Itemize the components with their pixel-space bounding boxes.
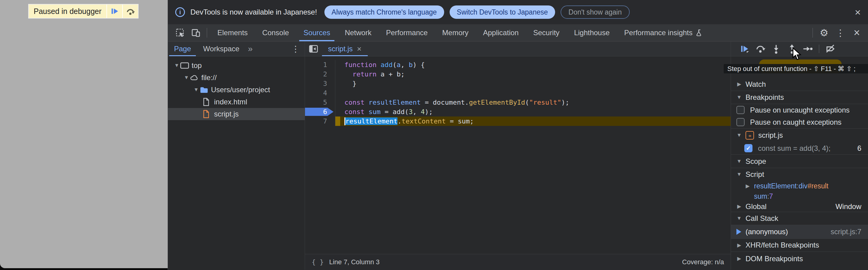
- editor-tab-close-icon[interactable]: ×: [357, 44, 362, 54]
- code-line[interactable]: 1function add(a, b) {: [305, 60, 731, 69]
- navigator-tab-workspace[interactable]: Workspace: [197, 41, 246, 56]
- experiment-flask-icon: [695, 29, 703, 37]
- step-button[interactable]: [801, 41, 815, 56]
- chevron-right-icon[interactable]: ▶: [736, 203, 743, 210]
- tab-security[interactable]: Security: [526, 24, 567, 41]
- chevron-right-icon[interactable]: ▶: [736, 256, 743, 262]
- chevron-down-icon[interactable]: ▼: [736, 158, 743, 164]
- always-match-language-button[interactable]: Always match Chrome's language: [324, 5, 444, 19]
- step-out-tooltip: Step out of current function - ⇧ F11 - ⌘…: [724, 64, 868, 73]
- navigator-more-icon[interactable]: ⋮: [286, 41, 305, 56]
- scope-var-resultelement[interactable]: ▶ resultElement: div#result: [731, 181, 868, 191]
- tab-memory[interactable]: Memory: [435, 24, 476, 41]
- code-line[interactable]: 5const resultElement = document.getEleme…: [305, 98, 731, 107]
- scope-script-label: Script: [745, 170, 764, 179]
- code-text: function add(a, b) {: [335, 60, 731, 69]
- section-dom-breakpoints[interactable]: ▶ DOM Breakpoints: [731, 252, 868, 266]
- tab-elements-label: Elements: [217, 29, 248, 37]
- section-dom-label: DOM Breakpoints: [745, 254, 803, 263]
- chevron-right-icon[interactable]: ▶: [736, 242, 743, 248]
- scope-script-group[interactable]: ▼ Script: [731, 168, 868, 181]
- section-watch[interactable]: ▶ Watch: [731, 78, 868, 91]
- expand-triangle-icon[interactable]: ▼: [193, 87, 199, 93]
- more-options-icon[interactable]: ⋮: [832, 24, 848, 41]
- format-code-icon[interactable]: { }: [312, 258, 324, 266]
- chevron-right-icon[interactable]: ▶: [736, 81, 743, 87]
- step-over-button-banner[interactable]: [122, 5, 138, 18]
- line-number[interactable]: 7: [305, 117, 335, 126]
- tab-elements[interactable]: Elements: [210, 24, 255, 41]
- call-stack-frame-row[interactable]: (anonymous) script.js:7: [731, 225, 868, 239]
- step-into-button[interactable]: [769, 41, 783, 56]
- tab-performance-insights[interactable]: Performance insights: [617, 24, 711, 41]
- settings-gear-icon[interactable]: ⚙: [816, 24, 832, 41]
- deactivate-breakpoints-icon: [825, 44, 836, 54]
- resume-script-button[interactable]: [106, 5, 122, 18]
- tab-performance-insights-label: Performance insights: [624, 29, 692, 37]
- code-line[interactable]: 7resultElement.textContent = sum;: [305, 117, 731, 126]
- section-breakpoints[interactable]: ▼ Breakpoints: [731, 91, 868, 104]
- code-line[interactable]: 3 }: [305, 79, 731, 88]
- step-over-button[interactable]: [753, 41, 767, 56]
- toggle-navigator-panel-icon[interactable]: [305, 41, 322, 56]
- tab-sources[interactable]: Sources: [296, 24, 337, 41]
- tab-performance[interactable]: Performance: [379, 24, 435, 41]
- section-xhr-breakpoints[interactable]: ▶ XHR/fetch Breakpoints: [731, 239, 868, 252]
- tab-application[interactable]: Application: [476, 24, 526, 41]
- navigator-tab-page[interactable]: Page: [168, 41, 197, 56]
- switch-devtools-japanese-button[interactable]: Switch DevTools to Japanese: [450, 5, 555, 19]
- resume-button[interactable]: [738, 41, 751, 56]
- chevron-right-icon[interactable]: ▶: [744, 183, 751, 189]
- line-number[interactable]: 3: [305, 79, 335, 88]
- infobar-close-icon[interactable]: ×: [855, 7, 861, 17]
- line-number[interactable]: 5: [305, 98, 335, 107]
- pause-uncaught-checkbox[interactable]: [737, 106, 745, 114]
- breakpoint-line-number[interactable]: 6: [305, 107, 335, 117]
- code-line[interactable]: 2 return a + b;: [305, 69, 731, 79]
- tab-console[interactable]: Console: [255, 24, 296, 41]
- section-scope[interactable]: ▼ Scope: [731, 155, 868, 168]
- tree-item-project-folder[interactable]: ▼ Users/user/project: [168, 84, 305, 96]
- expand-triangle-icon[interactable]: ▼: [174, 62, 180, 68]
- breakpoint-line-number: 6: [858, 144, 868, 153]
- tree-item-top[interactable]: ▼ top: [168, 59, 305, 71]
- pause-caught-row[interactable]: Pause on caught exceptions: [731, 116, 868, 129]
- section-call-stack[interactable]: ▼ Call Stack: [731, 212, 868, 225]
- line-number[interactable]: 2: [305, 69, 335, 79]
- tab-console-label: Console: [262, 29, 289, 37]
- navigator-tabs-overflow-icon[interactable]: »: [246, 41, 255, 56]
- deactivate-breakpoints-button[interactable]: [824, 41, 837, 56]
- file-tree: ▼ top ▼ file:// ▼: [168, 56, 305, 120]
- code-editor[interactable]: 1function add(a, b) {2 return a + b;3 }4…: [305, 56, 731, 254]
- line-number[interactable]: 1: [305, 60, 335, 69]
- chevron-down-icon[interactable]: ▼: [736, 215, 743, 221]
- editor-pane: script.js × 1function add(a, b) {2 retur…: [305, 41, 731, 270]
- editor-tab-script-js[interactable]: script.js ×: [322, 41, 368, 56]
- breakpoint-file-group[interactable]: ▼ ‹› script.js: [731, 129, 868, 142]
- code-line[interactable]: 6const sum = add(3, 4);: [305, 107, 731, 117]
- breakpoint-checkbox[interactable]: ✓: [744, 144, 752, 152]
- navigator-tab-page-label: Page: [174, 44, 191, 53]
- line-number[interactable]: 4: [305, 88, 335, 98]
- scope-var-value: 7: [769, 192, 773, 201]
- pause-uncaught-row[interactable]: Pause on uncaught exceptions: [731, 104, 868, 116]
- expand-triangle-icon[interactable]: ▼: [183, 74, 190, 81]
- tab-application-label: Application: [483, 29, 519, 37]
- device-toolbar-button[interactable]: [188, 24, 204, 41]
- breakpoint-entry-row[interactable]: ✓ const sum = add(3, 4); 6: [731, 142, 868, 155]
- tab-network[interactable]: Network: [337, 24, 379, 41]
- chevron-down-icon[interactable]: ▼: [736, 94, 743, 100]
- scope-var-sum[interactable]: ▶ sum: 7: [731, 191, 868, 201]
- chevron-down-icon[interactable]: ▼: [736, 132, 743, 138]
- scope-global-group[interactable]: ▶ Global Window: [731, 201, 868, 212]
- tree-item-index-html[interactable]: index.html: [168, 96, 305, 108]
- dont-show-again-button[interactable]: Don't show again: [561, 5, 630, 19]
- inspect-element-button[interactable]: [172, 24, 188, 41]
- close-devtools-icon[interactable]: ×: [848, 24, 865, 41]
- tree-item-script-js[interactable]: script.js: [168, 108, 305, 120]
- tab-lighthouse[interactable]: Lighthouse: [567, 24, 617, 41]
- pause-caught-checkbox[interactable]: [737, 118, 745, 126]
- code-line[interactable]: 4: [305, 88, 731, 98]
- tree-item-file-protocol[interactable]: ▼ file://: [168, 71, 305, 84]
- chevron-down-icon[interactable]: ▼: [736, 171, 743, 177]
